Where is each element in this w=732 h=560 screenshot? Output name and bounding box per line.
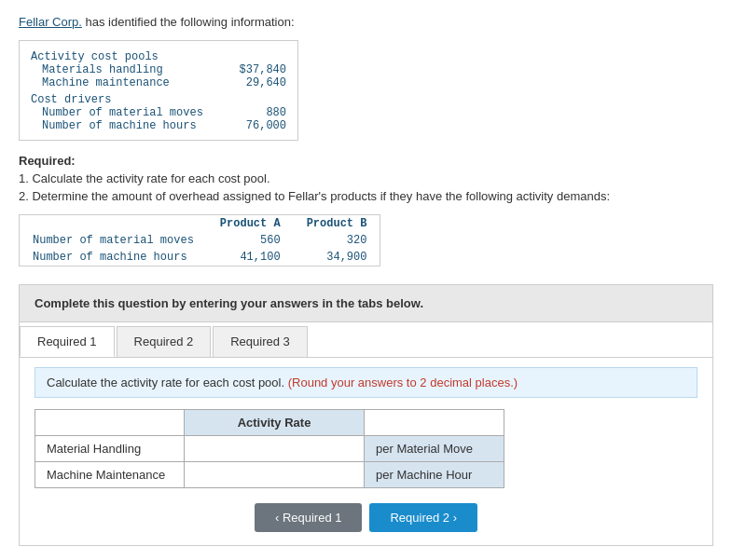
material-moves-value: 880 (266, 106, 286, 119)
complete-box: Complete this question by entering your … (19, 284, 713, 322)
machine-maintenance-label: Machine maintenance (42, 76, 218, 89)
prod-row1-label: Number of material moves (20, 232, 207, 249)
complete-box-text: Complete this question by entering your … (35, 296, 423, 310)
activity-col-empty (35, 410, 185, 436)
prod-row2-b: 34,900 (294, 249, 380, 266)
next-button[interactable]: Required 2 (369, 503, 477, 532)
instruction-text: Calculate the activity rate for each cos… (47, 376, 284, 389)
prod-row1-a: 560 (207, 232, 294, 249)
tabs-header: Required 1 Required 2 Required 3 (20, 322, 712, 358)
table-row: Number of machine hours 41,100 34,900 (20, 249, 380, 266)
intro-text: Fellar Corp. has identified the followin… (19, 15, 713, 29)
cost-drivers-label: Cost drivers (31, 93, 286, 106)
table-row: Number of material moves 560 320 (20, 232, 380, 249)
required-label: Required: (19, 154, 76, 168)
tab-required1[interactable]: Required 1 (20, 326, 115, 357)
tab-content: Calculate the activity rate for each cos… (20, 358, 712, 545)
machine-maintenance-input-cell (185, 462, 365, 488)
material-handling-input-cell (185, 436, 365, 462)
product-table-col0 (20, 215, 207, 232)
intro-suffix: has identified the following information… (86, 15, 295, 29)
prod-row1-b: 320 (294, 232, 380, 249)
instruction-bar: Calculate the activity rate for each cos… (35, 367, 697, 398)
activity-pools-label: Activity cost pools (31, 50, 286, 63)
material-handling-label: Material Handling (35, 436, 185, 462)
tab-required2[interactable]: Required 2 (117, 326, 212, 357)
prod-row2-label: Number of machine hours (20, 249, 207, 266)
company-name: Fellar Corp. (19, 15, 82, 29)
table-row: Material Handling per Material Move (35, 436, 504, 462)
required-item1: 1. Calculate the activity rate for each … (19, 171, 713, 185)
machine-maintenance-input[interactable] (196, 468, 352, 482)
cost-data-table: Activity cost pools Materials handling $… (19, 40, 298, 141)
machine-maintenance-label: Machine Maintenance (35, 462, 185, 488)
tabs-container: Required 1 Required 2 Required 3 Calcula… (19, 322, 713, 546)
instruction-round: (Round your answers to 2 decimal places.… (288, 376, 518, 389)
product-table-wrapper: Product A Product B Number of material m… (19, 214, 380, 266)
product-table-col-b: Product B (294, 215, 380, 232)
materials-handling-value: $37,840 (240, 63, 286, 76)
product-table-col-a: Product A (207, 215, 294, 232)
activity-unit-header (365, 410, 504, 436)
nav-buttons: Required 1 Required 2 (35, 503, 697, 532)
next-button-label: Required 2 (390, 511, 449, 525)
tab-required3[interactable]: Required 3 (213, 326, 308, 357)
machine-maintenance-unit: per Machine Hour (365, 462, 504, 488)
materials-handling-label: Materials handling (42, 63, 212, 76)
material-handling-unit: per Material Move (365, 436, 504, 462)
prev-button[interactable]: Required 1 (255, 503, 363, 532)
machine-hours-value: 76,000 (246, 119, 286, 132)
machine-hours-label: Number of machine hours (42, 119, 218, 132)
material-handling-input[interactable] (196, 442, 352, 456)
activity-rate-header: Activity Rate (185, 410, 365, 436)
prev-button-label: Required 1 (283, 511, 342, 525)
required-item2: 2. Determine the amount of overhead assi… (19, 189, 713, 203)
material-moves-label: Number of material moves (42, 106, 238, 119)
activity-rate-table: Activity Rate Material Handling per Mate… (35, 409, 504, 488)
table-row: Machine Maintenance per Machine Hour (35, 462, 504, 488)
product-table: Product A Product B Number of material m… (20, 215, 380, 266)
required-section: Required: 1. Calculate the activity rate… (19, 154, 713, 271)
prod-row2-a: 41,100 (207, 249, 294, 266)
machine-maintenance-value: 29,640 (246, 76, 286, 89)
